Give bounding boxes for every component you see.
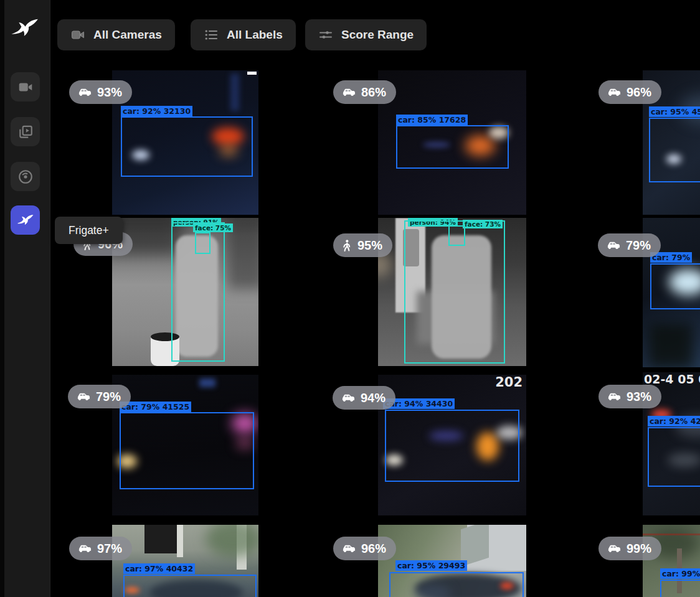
bbox-label: face: 73% [463, 220, 503, 228]
score-badge: 93% [598, 385, 661, 408]
bbox-label: car: 95% 45260 [649, 106, 700, 117]
bounding-box [121, 116, 253, 177]
timestamp-overlay: 02-4 05 0 [644, 372, 700, 386]
car-icon [77, 87, 92, 97]
detection-tile[interactable]: 202 car: 94% 34430 [378, 375, 526, 515]
bounding-box [448, 225, 465, 246]
bounding-box [195, 232, 210, 254]
score-range-filter-button[interactable]: Score Range [305, 19, 427, 50]
review-icon [17, 124, 34, 140]
sidebar-item-live[interactable] [11, 72, 40, 101]
car-icon [341, 87, 356, 97]
tooltip-label: Frigate+ [69, 224, 109, 237]
bbox-label: face: 75% [193, 223, 233, 232]
bounding-box [648, 427, 700, 487]
video-camera-icon [17, 79, 34, 95]
score-badge: 86% [333, 80, 396, 104]
bounding-box [123, 575, 257, 597]
car-icon [607, 543, 621, 553]
bbox-label: car: 79% 41525 [120, 402, 191, 412]
score-value: 95% [357, 238, 382, 253]
bounding-box [385, 410, 519, 482]
person-icon [341, 239, 352, 252]
score-badge: 96% [333, 537, 396, 560]
detection-tile[interactable]: car: 92% 32130 [112, 70, 258, 215]
score-value: 79% [626, 238, 651, 253]
score-value: 96% [361, 542, 386, 556]
score-value: 93% [627, 390, 651, 404]
detection-tile[interactable]: car: 97% 40432 [112, 525, 258, 597]
score-badge: 96% [598, 80, 661, 104]
score-range-label: Score Range [341, 28, 414, 42]
score-badge: 79% [598, 233, 661, 257]
car-icon [607, 392, 621, 402]
detection-tile[interactable]: car: 79% 41525 [112, 375, 258, 515]
score-badge: 95% [333, 233, 392, 257]
sliders-icon [318, 27, 333, 42]
score-value: 99% [627, 542, 651, 556]
score-value: 96% [627, 85, 651, 100]
bounding-box [120, 412, 254, 489]
detection-tile[interactable]: car: 85% 17628 [378, 70, 526, 215]
all-cameras-label: All Cameras [93, 28, 162, 42]
car-icon [341, 393, 355, 403]
detection-tile[interactable]: person: 91% face: 75% [112, 218, 258, 366]
list-icon [204, 27, 219, 42]
frigate-bird-icon [17, 212, 34, 229]
car-icon [606, 240, 620, 250]
detection-tile[interactable]: person: 94% face: 73% [378, 218, 526, 366]
detection-tile[interactable]: car: 99% 25 [643, 525, 700, 597]
score-badge: 93% [69, 80, 132, 104]
score-badge: 99% [598, 537, 661, 560]
score-value: 86% [361, 85, 386, 100]
bbox-label: car: 99% 25 [660, 568, 700, 579]
sidebar-item-review[interactable] [11, 117, 40, 146]
score-badge: 97% [69, 537, 132, 560]
bbox-label: car: 92% 32130 [121, 106, 192, 116]
car-icon [76, 392, 90, 402]
all-cameras-filter-button[interactable]: All Cameras [57, 19, 175, 50]
disc-icon [17, 169, 34, 185]
bbox-label: car: 95% 29493 [395, 560, 467, 571]
bounding-box [649, 118, 700, 182]
bbox-label: car: 85% 17628 [396, 115, 468, 125]
bbox-label: car: 97% 40432 [123, 563, 195, 574]
frigate-plus-page: { "app": {"name": "Frigate", "active_nav… [0, 0, 700, 597]
score-value: 79% [96, 390, 121, 404]
frigate-plus-tooltip: Frigate+ [55, 217, 123, 244]
score-badge: 94% [333, 386, 395, 410]
score-value: 94% [361, 391, 385, 405]
camera-filter-icon [70, 27, 85, 42]
frigate-logo-icon [9, 12, 40, 45]
score-value: 93% [97, 85, 122, 100]
bounding-box [660, 580, 700, 597]
timestamp-overlay: 202 [495, 375, 523, 390]
car-icon [607, 87, 621, 97]
car-icon [77, 543, 92, 553]
bbox-label: car: 92% 4218 [648, 416, 700, 426]
detection-tile[interactable]: car: 95% 29493 [378, 525, 526, 597]
bounding-box [389, 572, 524, 597]
bounding-box [650, 263, 700, 309]
bounding-box [396, 125, 509, 169]
sidebar-item-explore[interactable] [11, 162, 40, 191]
score-badge: 79% [68, 385, 131, 408]
score-value: 97% [97, 542, 122, 556]
sidebar-item-frigate-plus[interactable] [11, 205, 40, 235]
all-labels-filter-button[interactable]: All Labels [191, 19, 296, 50]
car-icon [341, 543, 356, 553]
all-labels-label: All Labels [227, 28, 283, 42]
sidebar [0, 0, 50, 597]
